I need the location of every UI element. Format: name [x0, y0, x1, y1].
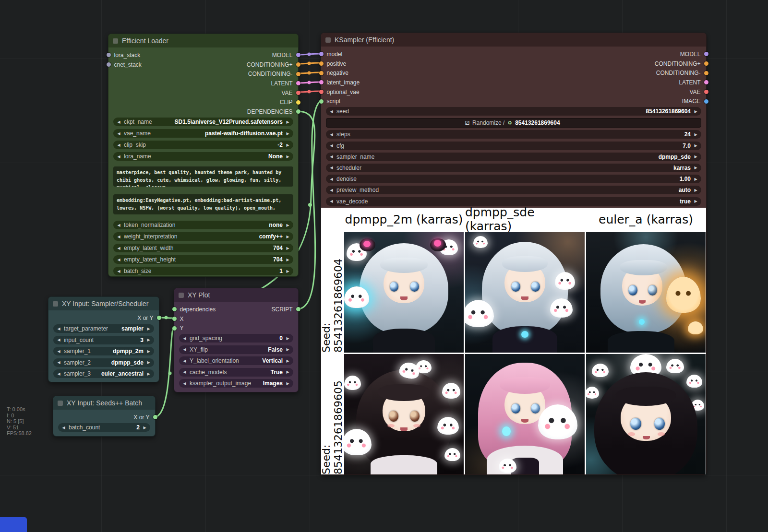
- slot-dot[interactable]: [704, 80, 708, 84]
- arrow-left-icon[interactable]: ◀: [116, 154, 121, 159]
- output-slot-image[interactable]: IMAGE: [682, 96, 701, 106]
- slot-dot[interactable]: [319, 71, 324, 75]
- widget-empty-latent-width[interactable]: ◀ empty_latent_width 704 ▶: [113, 244, 293, 252]
- slot-dot[interactable]: [704, 61, 708, 66]
- slot-dot[interactable]: [296, 81, 300, 85]
- node-xy-input-sampler-scheduler[interactable]: XY Input: Sampler/Scheduler X or Y ◀ tar…: [48, 296, 159, 382]
- slot-dot[interactable]: [319, 52, 324, 56]
- arrow-right-icon[interactable]: ▶: [285, 154, 290, 159]
- widget-cache-models[interactable]: ◀ cache_models True ▶: [179, 368, 293, 377]
- slot-dot[interactable]: [296, 100, 300, 105]
- output-slot-latent[interactable]: LATENT: [679, 78, 701, 87]
- arrow-left-icon[interactable]: ◀: [182, 336, 187, 341]
- output-slot-latent[interactable]: LATENT: [271, 79, 293, 88]
- arrow-right-icon[interactable]: ▶: [285, 258, 290, 262]
- widget-sampler-1[interactable]: ◀ sampler_1 dpmpp_2m ▶: [53, 347, 154, 355]
- output-slot-model[interactable]: MODEL: [272, 50, 293, 60]
- widget-steps[interactable]: ◀ steps 24 ▶: [326, 130, 701, 139]
- arrow-left-icon[interactable]: ◀: [56, 360, 61, 365]
- output-slot-x-or-y[interactable]: X or Y: [137, 313, 154, 323]
- arrow-left-icon[interactable]: ◀: [56, 349, 61, 354]
- node-titlebar[interactable]: XY Input: Sampler/Scheduler: [48, 297, 159, 310]
- output-slot-conditioning-plus[interactable]: CONDITIONING+: [247, 60, 293, 70]
- widget-y-label-orientation[interactable]: ◀ Y_label_orientation Vertical ▶: [179, 356, 293, 365]
- slot-dot[interactable]: [296, 307, 300, 311]
- arrow-left-icon[interactable]: ◀: [329, 199, 334, 203]
- arrow-right-icon[interactable]: ▶: [693, 199, 698, 203]
- arrow-left-icon[interactable]: ◀: [329, 154, 334, 159]
- arrow-left-icon[interactable]: ◀: [56, 338, 61, 342]
- arrow-left-icon[interactable]: ◀: [116, 131, 121, 136]
- widget-clip-skip[interactable]: ◀ clip_skip -2 ▶: [113, 141, 293, 149]
- slot-dot[interactable]: [172, 326, 177, 331]
- widget-sampler-name[interactable]: ◀ sampler_name dpmpp_sde ▶: [326, 153, 701, 161]
- collapse-icon[interactable]: [325, 37, 331, 43]
- arrow-right-icon[interactable]: ▶: [285, 269, 290, 273]
- input-slot-lora-stack[interactable]: lora_stack: [113, 50, 140, 60]
- output-slot-conditioning-minus[interactable]: CONDITIONING-: [656, 68, 701, 78]
- widget-seed[interactable]: ◀ seed 85413261869604 ▶: [326, 107, 701, 116]
- arrow-left-icon[interactable]: ◀: [182, 359, 187, 363]
- arrow-left-icon[interactable]: ◀: [182, 347, 187, 352]
- collapse-icon[interactable]: [53, 301, 58, 307]
- node-titlebar[interactable]: Efficient Loader: [108, 34, 298, 47]
- arrow-left-icon[interactable]: ◀: [329, 132, 334, 137]
- arrow-right-icon[interactable]: ▶: [146, 338, 151, 342]
- output-slot-vae[interactable]: VAE: [281, 88, 293, 98]
- arrow-right-icon[interactable]: ▶: [285, 336, 290, 341]
- input-slot-x[interactable]: X: [179, 314, 184, 324]
- widget-empty-latent-height[interactable]: ◀ empty_latent_height 704 ▶: [113, 255, 293, 264]
- input-slot-dependencies[interactable]: dependencies: [179, 305, 216, 314]
- widget-ksampler-output-image[interactable]: ◀ ksampler_output_image Images ▶: [179, 379, 293, 388]
- arrow-right-icon[interactable]: ▶: [285, 359, 290, 363]
- arrow-right-icon[interactable]: ▶: [693, 109, 698, 114]
- widget-cfg[interactable]: ◀ cfg 7.0 ▶: [326, 142, 701, 150]
- arrow-left-icon[interactable]: ◀: [116, 223, 121, 227]
- arrow-left-icon[interactable]: ◀: [56, 327, 61, 331]
- widget-weight-interpretation[interactable]: ◀ weight_interpretation comfy++ ▶: [113, 232, 293, 241]
- positive-prompt-textbox[interactable]: masterpiece, best quality, haunted theme…: [113, 166, 293, 187]
- output-slot-model[interactable]: MODEL: [680, 49, 701, 59]
- slot-dot[interactable]: [296, 62, 300, 67]
- widget-target-parameter[interactable]: ◀ target_parameter sampler ▶: [53, 324, 154, 333]
- slot-dot[interactable]: [704, 99, 708, 104]
- arrow-right-icon[interactable]: ▶: [285, 347, 290, 352]
- arrow-left-icon[interactable]: ◀: [329, 109, 334, 114]
- arrow-right-icon[interactable]: ▶: [693, 166, 698, 170]
- arrow-right-icon[interactable]: ▶: [146, 360, 151, 365]
- output-slot-dependencies[interactable]: DEPENDENCIES: [247, 107, 293, 117]
- widget-input-count[interactable]: ◀ input_count 3 ▶: [53, 336, 154, 344]
- input-slot-positive[interactable]: positive: [326, 59, 346, 69]
- arrow-left-icon[interactable]: ◀: [329, 143, 334, 148]
- node-titlebar[interactable]: XY Plot: [174, 288, 298, 302]
- arrow-right-icon[interactable]: ▶: [146, 349, 151, 354]
- widget-vae-decode[interactable]: ◀ vae_decode true ▶: [326, 197, 701, 206]
- slot-dot[interactable]: [172, 307, 177, 311]
- widget-preview-method[interactable]: ◀ preview_method auto ▶: [326, 186, 701, 194]
- widget-denoise[interactable]: ◀ denoise 1.00 ▶: [326, 175, 701, 183]
- collapse-icon[interactable]: [58, 401, 63, 406]
- input-slot-latent-image[interactable]: latent_image: [326, 78, 360, 87]
- widget-xy-flip[interactable]: ◀ XY_flip False ▶: [179, 345, 293, 354]
- slot-dot[interactable]: [107, 53, 111, 57]
- negative-prompt-textbox[interactable]: embedding:EasyNegative.pt, embedding:bad…: [113, 194, 293, 214]
- arrow-right-icon[interactable]: ▶: [146, 327, 151, 331]
- arrow-right-icon[interactable]: ▶: [693, 188, 698, 192]
- node-xy-input-seeds-batch[interactable]: XY Input: Seeds++ Batch X or Y ◀ batch_c…: [53, 396, 156, 437]
- node-efficient-loader[interactable]: Efficient Loader lora_stack cnet_stack M…: [108, 34, 299, 277]
- node-ksampler-efficient[interactable]: KSampler (Efficient) model positive nega…: [321, 33, 707, 475]
- output-slot-conditioning-plus[interactable]: CONDITIONING+: [655, 59, 701, 69]
- output-slot-clip[interactable]: CLIP: [280, 97, 293, 107]
- input-slot-y[interactable]: Y: [179, 323, 184, 333]
- slot-dot[interactable]: [157, 316, 161, 320]
- arrow-left-icon[interactable]: ◀: [116, 143, 121, 147]
- arrow-right-icon[interactable]: ▶: [146, 372, 151, 376]
- widget-sampler-2[interactable]: ◀ sampler_2 dpmpp_sde ▶: [53, 358, 154, 367]
- arrow-left-icon[interactable]: ◀: [329, 166, 334, 170]
- arrow-right-icon[interactable]: ▶: [285, 381, 290, 386]
- slot-dot[interactable]: [704, 52, 708, 56]
- input-slot-script[interactable]: script: [326, 96, 340, 106]
- collapse-icon[interactable]: [113, 38, 118, 44]
- arrow-left-icon[interactable]: ◀: [116, 258, 121, 262]
- arrow-left-icon[interactable]: ◀: [116, 246, 121, 250]
